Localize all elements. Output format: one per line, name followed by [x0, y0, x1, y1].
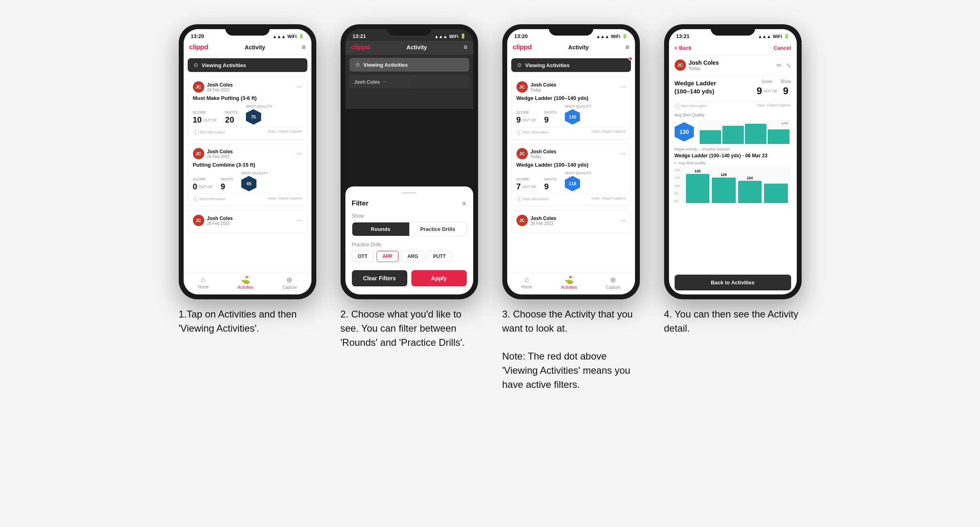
more-dots-1b[interactable]: ···	[296, 150, 302, 157]
shots-label-1b: Shots	[220, 177, 233, 181]
card-header-1a: JC Josh Coles 28 Feb 2023 ···	[193, 81, 302, 93]
footer-left-1a: i Test Information	[193, 129, 225, 135]
avatar-1b: JC	[193, 148, 204, 159]
filter-toggle-row: Rounds Practice Drills	[352, 222, 467, 236]
caption-3: 3. Choose the Activity that you want to …	[502, 307, 640, 392]
menu-icon-2[interactable]: ≡	[464, 44, 467, 51]
battery-icon-4: 🔋	[784, 34, 790, 39]
apply-button[interactable]: Apply	[411, 270, 467, 286]
nav-home-1[interactable]: ⌂ Home	[198, 275, 209, 290]
battery-icon-3: 🔋	[622, 34, 628, 39]
capture-icon-1: ⊕	[286, 275, 292, 284]
nav-activities-1[interactable]: ⛳ Activities	[237, 275, 253, 290]
nav-capture-label-1: Capture	[282, 285, 297, 290]
score-label-4: Score	[762, 79, 772, 84]
back-button[interactable]: < Back	[675, 45, 692, 51]
app-logo-3: clippd	[513, 43, 532, 51]
chart-label-4: APP	[781, 121, 788, 125]
filter-title: Filter	[352, 199, 369, 207]
app-header-2: clippd Activity ≡	[345, 41, 473, 55]
menu-icon-1[interactable]: ≡	[302, 44, 305, 51]
bar-col-2: 129	[712, 173, 736, 203]
viewing-banner-1[interactable]: ⚙ Viewing Activities	[188, 58, 307, 72]
score-val-3a: 9 OUT OF	[516, 115, 536, 125]
more-dots-1a[interactable]: ···	[296, 83, 302, 91]
user-info-1b: Josh Coles 28 Feb 2023	[207, 149, 233, 159]
bar-4	[768, 129, 789, 144]
score-label-1b: Score	[193, 177, 213, 181]
toggle-practice[interactable]: Practice Drills	[409, 222, 466, 236]
shots-val-1a: 20	[225, 115, 238, 125]
signal-icon-2: ▲▲▲	[434, 34, 448, 39]
detail-user-info: Josh Coles Today	[689, 59, 719, 71]
stat-shots-3a: Shots 9	[544, 110, 557, 125]
user-info-1c: Josh Coles 28 Feb 2023	[207, 216, 233, 226]
stat-quality-1b: Shot Quality 45	[241, 171, 268, 191]
more-dots-3a[interactable]: ···	[620, 83, 625, 91]
outof-4: OUT OF	[764, 89, 777, 93]
chip-putt[interactable]: PUTT	[427, 251, 452, 262]
card-title-1b: Putting Combine (3-15 ft)	[193, 162, 302, 168]
home-icon-1: ⌂	[201, 275, 205, 284]
quality-hex-3b: 118	[565, 176, 580, 191]
menu-icon-3[interactable]: ≡	[625, 44, 629, 51]
battery-icon: 🔋	[298, 34, 304, 39]
big-bar-4	[764, 184, 788, 203]
toggle-rounds[interactable]: Rounds	[352, 222, 409, 236]
phone-notch-3	[549, 24, 593, 36]
nav-home-3[interactable]: ⌂ Home	[521, 275, 532, 290]
status-icons-3: ▲▲▲ WiFi 🔋	[596, 34, 628, 39]
cancel-button[interactable]: Cancel	[774, 45, 791, 51]
card-title-1a: Must Make Putting (3-6 ft)	[193, 95, 302, 101]
filter-chips: OTT APP ARG PUTT	[352, 251, 467, 262]
expand-icon[interactable]: ⤡	[786, 61, 791, 69]
practice-session-label: Player Activity — Practice Session	[675, 147, 791, 151]
activity-card-1c[interactable]: JC Josh Coles 28 Feb 2023 ···	[188, 210, 307, 233]
edit-icon[interactable]: ✏	[777, 61, 782, 69]
nav-capture-3[interactable]: ⊕ Capture	[606, 275, 620, 290]
viewing-banner-3[interactable]: ⚙ Viewing Activities	[511, 58, 631, 72]
nav-home-label-3: Home	[521, 285, 532, 289]
user-date-3b: Today	[531, 155, 557, 159]
chip-app[interactable]: APP	[377, 251, 399, 262]
chip-ott[interactable]: OTT	[352, 251, 374, 262]
user-date-3a: Today	[531, 88, 557, 92]
activity-card-3c[interactable]: JC Josh Coles 28 Feb 2023 ···	[511, 210, 631, 233]
score-label-3b: Score	[516, 177, 536, 181]
user-info-3a: Josh Coles Today	[531, 82, 557, 92]
signal-icon-4: ▲▲▲	[758, 34, 771, 39]
activity-card-1a[interactable]: JC Josh Coles 28 Feb 2023 ··· Must Make …	[188, 77, 307, 140]
viewing-banner-3-wrap: ⚙ Viewing Activities	[511, 58, 631, 72]
viewing-banner-2[interactable]: ⚙ Viewing Activities	[349, 58, 469, 72]
info-icon-3a: i	[516, 129, 522, 135]
bar-3	[745, 124, 766, 144]
activities-icon-3: ⛳	[565, 275, 574, 284]
user-info-3b: Josh Coles Today	[531, 149, 557, 159]
detail-title-row: Wedge Ladder(100–140 yds) Score 9 OUT OF…	[675, 79, 791, 97]
back-activities-button[interactable]: Back to Activities	[675, 275, 791, 290]
more-dots-3c[interactable]: ···	[620, 217, 625, 224]
more-dots-1c[interactable]: ···	[296, 217, 302, 224]
app-header-1: clippd Activity ≡	[184, 41, 311, 55]
avatar-3a: JC	[516, 81, 528, 93]
home-icon-3: ⌂	[525, 275, 529, 284]
activity-card-1b[interactable]: JC Josh Coles 28 Feb 2023 ··· Putting Co…	[188, 144, 307, 206]
chip-arg[interactable]: ARG	[401, 251, 424, 262]
card-stats-1b: Score 0 OUT OF Shots 9 Shot Quality	[193, 171, 302, 191]
more-dots-3b[interactable]: ···	[620, 150, 625, 157]
stat-shots-3b: Shots 9	[544, 177, 557, 191]
user-name-1c: Josh Coles	[207, 216, 233, 221]
card-user-1b: JC Josh Coles 28 Feb 2023	[193, 148, 233, 159]
filter-close-icon[interactable]: ✕	[461, 200, 467, 207]
activity-card-3a[interactable]: JC Josh Coles Today ··· Wedge Ladder (10…	[511, 77, 631, 140]
nav-activities-3[interactable]: ⛳ Activities	[561, 275, 577, 290]
practice-drills-label: Practice Drills	[352, 242, 467, 248]
activity-card-3b[interactable]: JC Josh Coles Today ··· Wedge Ladder (10…	[511, 144, 631, 206]
user-date-1c: 28 Feb 2023	[207, 221, 233, 226]
info-icon-1b: i	[193, 196, 199, 202]
shots-label-1a: Shots	[225, 110, 238, 114]
card-header-3a: JC Josh Coles Today ···	[516, 81, 626, 93]
nav-capture-1[interactable]: ⊕ Capture	[282, 275, 297, 290]
clear-filters-button[interactable]: Clear Filters	[352, 270, 407, 286]
filter-header: Filter ✕	[352, 199, 467, 207]
